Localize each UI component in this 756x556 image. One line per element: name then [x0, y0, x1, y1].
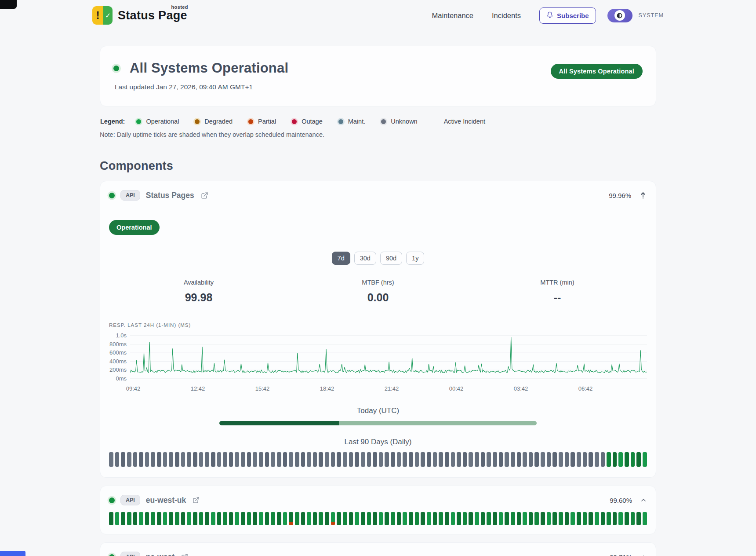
- uptime-tick[interactable]: [271, 452, 275, 467]
- uptime-tick[interactable]: [223, 452, 227, 467]
- uptime-tick[interactable]: [289, 452, 293, 467]
- uptime-tick[interactable]: [636, 512, 641, 525]
- uptime-tick[interactable]: [169, 452, 173, 467]
- uptime-tick[interactable]: [325, 452, 329, 467]
- uptime-tick[interactable]: [397, 452, 401, 467]
- uptime-tick[interactable]: [385, 512, 389, 525]
- uptime-tick[interactable]: [547, 452, 551, 467]
- uptime-tick[interactable]: [643, 452, 647, 467]
- uptime-tick[interactable]: [157, 452, 161, 467]
- uptime-tick[interactable]: [631, 512, 635, 525]
- uptime-tick[interactable]: [193, 512, 197, 525]
- uptime-tick[interactable]: [601, 452, 605, 467]
- uptime-tick[interactable]: [517, 452, 521, 467]
- uptime-tick[interactable]: [199, 512, 204, 525]
- range-button-90d[interactable]: 90d: [380, 252, 402, 265]
- uptime-tick[interactable]: [223, 512, 227, 525]
- uptime-tick[interactable]: [552, 512, 557, 525]
- uptime-tick[interactable]: [391, 512, 395, 525]
- uptime-tick[interactable]: [235, 512, 239, 525]
- uptime-tick[interactable]: [115, 452, 120, 467]
- uptime-tick[interactable]: [499, 452, 503, 467]
- uptime-tick[interactable]: [618, 512, 623, 525]
- uptime-tick[interactable]: [349, 452, 353, 467]
- uptime-tick[interactable]: [421, 512, 425, 525]
- uptime-tick[interactable]: [313, 452, 317, 467]
- uptime-tick[interactable]: [457, 452, 461, 467]
- uptime-tick[interactable]: [331, 452, 335, 467]
- uptime-tick[interactable]: [595, 512, 599, 525]
- uptime-tick[interactable]: [403, 512, 407, 525]
- uptime-tick[interactable]: [295, 512, 299, 525]
- uptime-tick[interactable]: [481, 512, 485, 525]
- uptime-tick[interactable]: [307, 512, 311, 525]
- uptime-tick[interactable]: [319, 452, 323, 467]
- uptime-tick[interactable]: [451, 452, 455, 467]
- nav-maintenance[interactable]: Maintenance: [432, 11, 473, 20]
- uptime-tick[interactable]: [589, 452, 593, 467]
- uptime-tick[interactable]: [427, 452, 431, 467]
- external-link-icon[interactable]: [193, 497, 200, 504]
- uptime-tick[interactable]: [451, 512, 455, 525]
- uptime-tick[interactable]: [181, 512, 185, 525]
- uptime-tick[interactable]: [613, 512, 617, 525]
- uptime-tick[interactable]: [109, 452, 113, 467]
- uptime-tick[interactable]: [636, 452, 641, 467]
- uptime-tick[interactable]: [193, 452, 197, 467]
- uptime-tick[interactable]: [445, 452, 449, 467]
- uptime-tick[interactable]: [493, 512, 497, 525]
- uptime-tick[interactable]: [607, 512, 611, 525]
- collapse-icon[interactable]: [639, 191, 647, 200]
- uptime-tick[interactable]: [343, 512, 347, 525]
- uptime-tick[interactable]: [487, 452, 491, 467]
- uptime-tick[interactable]: [313, 512, 317, 525]
- uptime-tick[interactable]: [403, 452, 407, 467]
- uptime-tick[interactable]: [157, 512, 161, 525]
- uptime-tick[interactable]: [367, 512, 371, 525]
- uptime-tick[interactable]: [463, 512, 467, 525]
- uptime-tick[interactable]: [583, 512, 587, 525]
- uptime-tick[interactable]: [427, 512, 431, 525]
- uptime-tick[interactable]: [415, 512, 419, 525]
- uptime-tick[interactable]: [541, 512, 545, 525]
- uptime-tick[interactable]: [133, 512, 138, 525]
- uptime-tick[interactable]: [541, 452, 545, 467]
- uptime-tick[interactable]: [187, 452, 191, 467]
- uptime-tick[interactable]: [523, 512, 527, 525]
- uptime-tick[interactable]: [355, 512, 359, 525]
- uptime-tick[interactable]: [547, 512, 551, 525]
- uptime-tick[interactable]: [361, 512, 365, 525]
- uptime-tick[interactable]: [397, 512, 401, 525]
- uptime-tick[interactable]: [529, 452, 533, 467]
- uptime-tick[interactable]: [325, 512, 329, 525]
- uptime-tick[interactable]: [229, 512, 233, 525]
- nav-incidents[interactable]: Incidents: [492, 11, 521, 20]
- uptime-tick[interactable]: [505, 512, 509, 525]
- uptime-tick[interactable]: [199, 452, 204, 467]
- uptime-tick[interactable]: [151, 512, 155, 525]
- uptime-tick[interactable]: [295, 452, 299, 467]
- uptime-tick[interactable]: [277, 452, 281, 467]
- uptime-tick[interactable]: [433, 512, 437, 525]
- uptime-tick[interactable]: [409, 452, 413, 467]
- uptime-tick[interactable]: [301, 512, 305, 525]
- subscribe-button[interactable]: Subscribe: [539, 7, 596, 24]
- uptime-tick[interactable]: [211, 452, 215, 467]
- uptime-tick[interactable]: [133, 452, 138, 467]
- uptime-tick[interactable]: [121, 452, 125, 467]
- range-button-7d[interactable]: 7d: [332, 252, 350, 265]
- uptime-tick[interactable]: [529, 512, 533, 525]
- uptime-tick[interactable]: [469, 512, 473, 525]
- uptime-tick[interactable]: [613, 452, 617, 467]
- uptime-tick[interactable]: [259, 452, 263, 467]
- uptime-tick[interactable]: [253, 452, 257, 467]
- uptime-tick[interactable]: [552, 452, 557, 467]
- uptime-tick[interactable]: [505, 452, 509, 467]
- uptime-tick[interactable]: [145, 452, 149, 467]
- uptime-tick[interactable]: [241, 512, 245, 525]
- uptime-tick[interactable]: [445, 512, 449, 525]
- uptime-tick[interactable]: [331, 512, 335, 525]
- uptime-tick[interactable]: [463, 452, 467, 467]
- uptime-tick[interactable]: [205, 512, 209, 525]
- uptime-tick[interactable]: [145, 512, 149, 525]
